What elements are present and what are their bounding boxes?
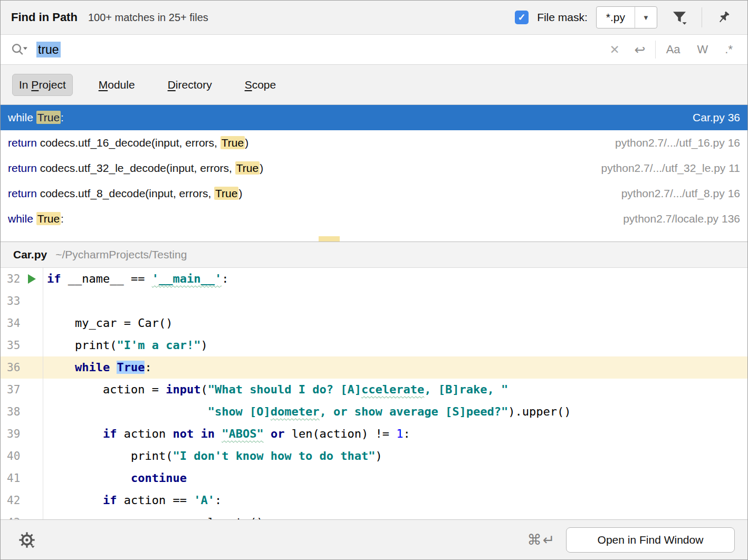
code-line: 33 [1, 290, 747, 312]
file-mask-checkbox[interactable]: ✓ [515, 11, 529, 24]
gutter: 39 [1, 423, 43, 445]
chevron-down-icon[interactable]: ▼ [635, 7, 657, 28]
code-text: "show [O]dometer, or show average [S]pee… [43, 401, 747, 423]
preview-file-name: Car.py [13, 248, 47, 261]
clear-search-icon[interactable]: ✕ [602, 43, 627, 57]
settings-button[interactable] [13, 529, 41, 551]
result-match-text: while True: [8, 213, 623, 225]
preview-file-path: ~/PycharmProjects/Testing [55, 248, 187, 261]
code-line: 39 if action not in "ABOS" or len(action… [1, 423, 747, 445]
line-number: 41 [7, 472, 20, 485]
line-number: 37 [7, 383, 20, 396]
gutter: 38 [1, 401, 43, 423]
search-controls-divider [655, 41, 656, 59]
match-case-toggle[interactable]: Aa [658, 43, 689, 56]
search-input[interactable]: true [32, 43, 602, 57]
line-number: 32 [7, 273, 20, 285]
gear-icon [18, 532, 35, 548]
code-line: 36 while True: [1, 356, 747, 379]
search-query: true [36, 42, 61, 57]
result-row[interactable]: while True:Car.py 36 [1, 105, 747, 130]
result-row[interactable]: return codecs.utf_32_le_decode(input, er… [1, 156, 747, 181]
result-file-location: python2.7/.../utf_32_le.py 11 [601, 162, 740, 175]
result-file-location: python2.7/locale.py 136 [623, 213, 740, 225]
code-preview-editor[interactable]: 32if __name__ == '__main__':3334 my_car … [1, 268, 747, 519]
code-text [43, 290, 747, 312]
gutter: 41 [1, 467, 43, 489]
code-line: 35 print("I'm a car!") [1, 334, 747, 356]
code-text: if action not in "ABOS" or len(action) !… [43, 423, 747, 445]
code-text: print("I'm a car!") [43, 334, 747, 356]
code-line: 40 print("I don't know how to do that") [1, 445, 747, 467]
code-text: while True: [43, 356, 747, 379]
results-list: while True:Car.py 36return codecs.utf_16… [1, 105, 747, 231]
dialog-footer: ⌘↵ Open in Find Window [1, 519, 747, 559]
scope-tabs: In ProjectModuleDirectoryScope [1, 65, 747, 105]
filter-button[interactable] [666, 7, 693, 28]
search-icon [10, 42, 28, 57]
file-mask-dropdown[interactable]: *.py ▼ [596, 6, 657, 28]
search-bar: true ✕ ↩ Aa W .* [1, 34, 747, 65]
filter-icon [671, 9, 688, 26]
scope-tab-in-project[interactable]: In Project [12, 74, 73, 96]
run-icon[interactable] [28, 274, 36, 284]
code-line: 42 if action == 'A': [1, 489, 747, 511]
regex-toggle[interactable]: .* [716, 43, 741, 56]
match-count-status: 100+ matches in 25+ files [88, 12, 208, 24]
pin-button[interactable] [711, 7, 737, 27]
result-match-text: return codecs.utf_16_decode(input, error… [8, 137, 615, 149]
scope-tab-directory[interactable]: Directory [161, 74, 219, 96]
code-line: 43 my_car.accelerate() [1, 511, 747, 519]
whole-words-toggle[interactable]: W [689, 43, 717, 56]
check-icon: ✓ [518, 12, 526, 23]
code-line: 32if __name__ == '__main__': [1, 268, 747, 290]
result-row[interactable]: while True:python2.7/locale.py 136 [1, 206, 747, 231]
results-partial-row [1, 231, 747, 242]
line-number: 38 [7, 405, 20, 418]
gutter: 43 [1, 511, 43, 519]
code-line: 34 my_car = Car() [1, 312, 747, 334]
code-text: if action == 'A': [43, 489, 747, 511]
line-number: 35 [7, 339, 20, 352]
code-line: 41 continue [1, 467, 747, 489]
gutter: 40 [1, 445, 43, 467]
line-number: 42 [7, 494, 20, 507]
result-file-location: python2.7/.../utf_16.py 16 [615, 137, 740, 149]
line-number: 33 [7, 295, 20, 307]
open-in-find-window-button[interactable]: Open in Find Window [566, 527, 735, 553]
find-in-path-dialog: Find in Path 100+ matches in 25+ files ✓… [0, 0, 748, 560]
gutter: 32 [1, 268, 43, 290]
result-match-text: while True: [8, 111, 693, 124]
code-text: print("I don't know how to do that") [43, 445, 747, 467]
result-match-text: return codecs.utf_32_le_decode(input, er… [8, 162, 601, 175]
code-text: action = input("What should I do? [A]cce… [43, 379, 747, 401]
gutter: 33 [1, 290, 43, 312]
line-number: 34 [7, 317, 20, 330]
gutter: 36 [1, 356, 43, 379]
pin-icon [716, 9, 732, 25]
header-divider [702, 7, 702, 27]
result-row[interactable]: return codecs.utf_16_decode(input, error… [1, 130, 747, 156]
gutter: 34 [1, 312, 43, 334]
partial-match-highlight [319, 236, 340, 242]
code-lines: 32if __name__ == '__main__':3334 my_car … [1, 268, 747, 519]
scope-tab-module[interactable]: Module [92, 74, 142, 96]
gutter: 42 [1, 489, 43, 511]
code-line: 37 action = input("What should I do? [A]… [1, 379, 747, 401]
search-history-button[interactable] [7, 42, 32, 57]
recent-search-icon[interactable]: ↩ [627, 42, 653, 57]
code-line: 38 "show [O]dometer, or show average [S]… [1, 401, 747, 423]
line-number: 40 [7, 450, 20, 462]
scope-tab-scope[interactable]: Scope [238, 74, 283, 96]
result-row[interactable]: return codecs.utf_8_decode(input, errors… [1, 181, 747, 206]
result-file-location: Car.py 36 [693, 111, 740, 124]
gutter: 35 [1, 334, 43, 356]
result-file-location: python2.7/.../utf_8.py 16 [621, 187, 740, 200]
file-mask-label: File mask: [537, 11, 588, 24]
line-number: 43 [7, 516, 20, 519]
line-number: 39 [7, 428, 20, 440]
dialog-header: Find in Path 100+ matches in 25+ files ✓… [1, 1, 747, 34]
code-text: if __name__ == '__main__': [43, 268, 747, 290]
file-mask-value: *.py [597, 7, 635, 28]
result-match-text: return codecs.utf_8_decode(input, errors… [8, 187, 621, 200]
